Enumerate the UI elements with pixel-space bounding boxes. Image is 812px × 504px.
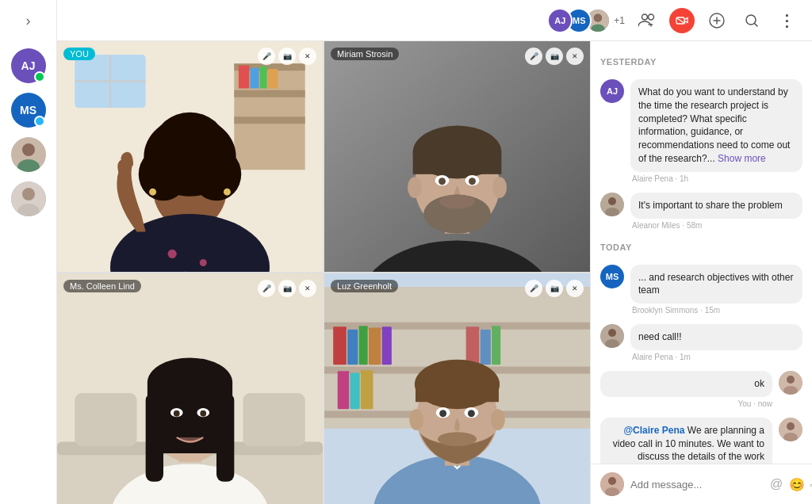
msg-meta-3: Brooklyn Simmons · 15m	[630, 306, 802, 315]
video-controls-2: 🎤 📷 ✕	[525, 48, 584, 65]
video-cam-btn-3[interactable]: 📷	[278, 280, 296, 297]
video-tile-luz: Luz Greenholt 🎤 📷 ✕	[324, 273, 590, 504]
svg-rect-80	[382, 326, 392, 365]
svg-rect-18	[239, 65, 249, 88]
header-avatar-aj[interactable]: AJ	[547, 8, 573, 33]
header-plus-count: +1	[614, 15, 625, 26]
svg-point-46	[492, 177, 507, 198]
svg-rect-66	[216, 393, 234, 482]
svg-rect-65	[146, 393, 163, 482]
show-more-link[interactable]: Show more	[718, 153, 766, 164]
chat-panel: YESTERDAY AJ What do you want to underst…	[590, 41, 812, 504]
video-chat-area: YOU 🎤 📷 ✕	[57, 41, 812, 504]
svg-point-7	[594, 13, 603, 22]
svg-rect-76	[333, 326, 347, 365]
msg-content-4: need call!! Alaire Pena · 1m	[630, 324, 802, 361]
person-svg-2	[324, 41, 590, 272]
video-close-btn-4[interactable]: ✕	[566, 280, 584, 297]
svg-rect-21	[268, 69, 278, 89]
video-mic-btn-2[interactable]: 🎤	[525, 48, 542, 65]
svg-rect-79	[369, 327, 381, 365]
svg-rect-44	[413, 152, 502, 174]
svg-rect-77	[347, 330, 358, 365]
message-row-5: ok You · now	[600, 371, 802, 408]
svg-rect-84	[338, 371, 350, 409]
people-icon	[638, 13, 656, 28]
msg-bubble-3: ... and research objectives with other t…	[630, 265, 802, 304]
video-mic-btn-4[interactable]: 🎤	[525, 280, 542, 297]
msg-content-5: ok You · now	[600, 371, 772, 408]
user-photo-svg-2	[11, 181, 46, 216]
search-icon	[745, 13, 759, 28]
video-mic-btn-3[interactable]: 🎤	[258, 280, 275, 297]
people-icon-btn[interactable]	[634, 8, 660, 33]
chat-input-icons: @ 😊 ⤵	[770, 477, 812, 492]
msg-meta-2: Aleanor Miles · 58m	[630, 221, 802, 230]
sidebar-user-photo1[interactable]	[11, 137, 46, 172]
video-cam-btn-4[interactable]: 📷	[546, 280, 563, 297]
svg-point-48	[439, 178, 446, 185]
more-options-btn[interactable]: ⋮	[774, 8, 799, 33]
video-tile-colleen: Ms. Colleen Lind 🎤 📷 ✕	[57, 273, 323, 504]
add-participant-btn[interactable]	[704, 8, 730, 33]
video-label-luz: Luz Greenholt	[331, 280, 398, 292]
message-row-4: need call!! Alaire Pena · 1m	[600, 324, 802, 361]
svg-point-107	[787, 376, 795, 384]
svg-point-31	[155, 113, 225, 174]
msg-meta-1: Alaire Pena · 1h	[630, 174, 802, 183]
end-call-button[interactable]	[669, 8, 695, 33]
message-row-2: It's important to share the problem Alea…	[600, 193, 802, 230]
participant-avatars: AJ MS +1	[547, 8, 625, 33]
msg-content-3: ... and research objectives with other t…	[630, 265, 802, 315]
svg-point-4	[22, 188, 35, 200]
svg-point-32	[149, 189, 156, 196]
msg-photo-svg-6	[779, 418, 802, 441]
video-close-btn-2[interactable]: ✕	[566, 48, 584, 65]
video-close-btn-3[interactable]: ✕	[299, 280, 316, 297]
date-label-today: TODAY	[600, 242, 802, 252]
svg-rect-85	[350, 372, 359, 409]
person-svg-3	[57, 273, 323, 504]
svg-rect-58	[243, 393, 305, 446]
msg-avatar-you-6	[779, 418, 802, 441]
svg-point-99	[438, 432, 477, 446]
msg-photo-svg-4	[600, 324, 624, 348]
message-row-6: @Claire Pena We are planning a video cal…	[600, 418, 802, 464]
collapse-chevron[interactable]: ›	[23, 10, 34, 32]
msg-content-1: What do you want to understand by the ti…	[630, 79, 802, 183]
video-label-miriam: Miriam Strosin	[331, 48, 399, 60]
chat-messages: YESTERDAY AJ What do you want to underst…	[591, 41, 812, 464]
svg-rect-16	[234, 90, 304, 97]
send-icon[interactable]: ⤵	[808, 482, 812, 487]
video-call-icon	[676, 17, 688, 25]
message-row-1: AJ What do you want to understand by the…	[600, 79, 802, 183]
emoji-icon[interactable]: 😊	[789, 477, 805, 492]
svg-rect-81	[466, 326, 480, 365]
svg-rect-92	[416, 383, 499, 403]
sidebar-user-ms[interactable]: MS	[11, 93, 46, 128]
sidebar: › AJ MS	[0, 0, 57, 504]
svg-point-68	[174, 410, 180, 417]
header: AJ MS +1	[57, 0, 812, 41]
msg-bubble-4: need call!!	[630, 324, 802, 350]
msg-meta-4: Alaire Pena · 1m	[630, 353, 802, 361]
sidebar-user-photo2[interactable]	[11, 181, 46, 216]
svg-rect-86	[361, 370, 373, 409]
mention-icon[interactable]: @	[770, 477, 783, 491]
video-close-btn-1[interactable]: ✕	[299, 48, 316, 65]
sidebar-user-aj[interactable]: AJ	[11, 48, 46, 83]
search-btn[interactable]	[739, 8, 764, 33]
msg-avatar-aj: AJ	[600, 79, 624, 103]
msg-avatar-you-5	[779, 371, 802, 395]
msg-bubble-2: It's important to share the problem	[630, 193, 802, 219]
video-cam-btn-1[interactable]: 📷	[278, 48, 296, 65]
svg-rect-78	[359, 326, 368, 365]
svg-rect-17	[234, 116, 304, 124]
svg-point-52	[439, 195, 475, 209]
video-cam-btn-2[interactable]: 📷	[546, 48, 563, 65]
video-mic-btn-1[interactable]: 🎤	[258, 48, 275, 65]
svg-point-110	[787, 422, 795, 430]
svg-point-93	[409, 409, 423, 430]
message-input[interactable]	[630, 479, 764, 491]
svg-rect-57	[75, 393, 136, 446]
